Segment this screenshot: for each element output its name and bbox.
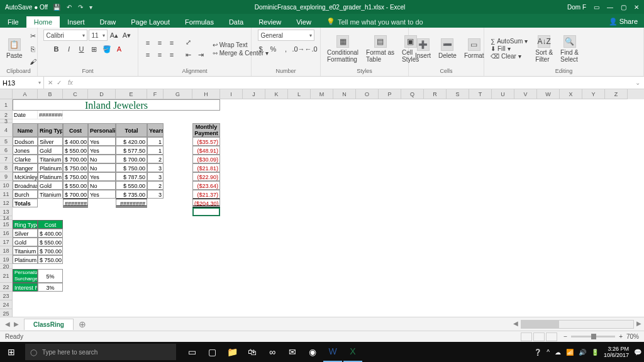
- cell[interactable]: [192, 207, 220, 216]
- col-header-E[interactable]: E: [116, 89, 147, 99]
- row-headers[interactable]: 1234567891011121314151617181920212223242…: [0, 99, 13, 317]
- format-cells-button[interactable]: ▭Format: [462, 38, 487, 59]
- col-header-P[interactable]: P: [379, 89, 401, 99]
- orientation-icon[interactable]: ⤢: [182, 37, 194, 48]
- cell[interactable]: Gold: [38, 146, 63, 155]
- underline-button[interactable]: U: [76, 43, 87, 55]
- cell[interactable]: $ 400.00: [38, 229, 63, 238]
- row-header-15[interactable]: 15: [0, 220, 13, 229]
- row-header-6[interactable]: 6: [0, 146, 13, 155]
- close-icon[interactable]: ✕: [634, 4, 639, 11]
- italic-button[interactable]: I: [64, 43, 75, 55]
- col-header-H[interactable]: H: [192, 89, 220, 99]
- col-header-J[interactable]: J: [243, 89, 265, 99]
- row-header-8[interactable]: 8: [0, 163, 13, 172]
- sheet-prev-icon[interactable]: ◀: [5, 321, 10, 327]
- cell[interactable]: Burch: [13, 190, 38, 199]
- taskbar-clock[interactable]: 3:26 PM10/6/2017: [604, 346, 629, 358]
- tray-battery-icon[interactable]: 🔋: [591, 349, 599, 356]
- comma-icon[interactable]: ,: [280, 43, 292, 55]
- task-view-icon[interactable]: ▭: [182, 342, 201, 362]
- cell[interactable]: ($35.57): [192, 137, 220, 146]
- autosum-button[interactable]: ∑ AutoSum ▾: [488, 38, 530, 45]
- cell[interactable]: ########: [63, 199, 88, 207]
- row-header-17[interactable]: 17: [0, 238, 13, 246]
- zoom-in-icon[interactable]: +: [619, 333, 623, 340]
- row-header-21[interactable]: 21: [0, 269, 13, 283]
- bold-button[interactable]: B: [51, 43, 62, 55]
- cancel-formula-icon[interactable]: ✕: [48, 79, 53, 86]
- format-as-table-button[interactable]: ▤Format as Table: [364, 35, 397, 63]
- start-button[interactable]: ⊞: [0, 347, 23, 357]
- cell[interactable]: Silver: [38, 137, 63, 146]
- cell[interactable]: Titanium: [13, 246, 38, 255]
- tray-wifi-icon[interactable]: 📶: [566, 349, 574, 356]
- row-header-10[interactable]: 10: [0, 181, 13, 190]
- cell[interactable]: Cost: [63, 123, 88, 137]
- cell[interactable]: ($21.81): [192, 163, 220, 172]
- cell[interactable]: Platinum: [13, 255, 38, 264]
- col-header-G[interactable]: G: [164, 89, 192, 99]
- cell[interactable]: 1: [147, 146, 164, 155]
- cell[interactable]: Totals: [13, 199, 38, 207]
- taskbar-search[interactable]: ◯Type here to search: [25, 344, 176, 360]
- expand-formula-icon[interactable]: ⌄: [631, 79, 644, 86]
- cell[interactable]: $ 787.50: [116, 172, 147, 181]
- undo-icon[interactable]: ↶: [67, 4, 72, 11]
- cell[interactable]: 3%: [38, 283, 63, 292]
- cell[interactable]: Yes: [88, 137, 116, 146]
- cell[interactable]: Ring Type: [38, 123, 63, 137]
- cell[interactable]: Date: [13, 111, 38, 119]
- cell[interactable]: Inland Jewelers: [13, 99, 220, 111]
- view-normal-icon[interactable]: [521, 332, 532, 341]
- tray-sound-icon[interactable]: 🔊: [579, 349, 586, 356]
- row-header-22[interactable]: 22: [0, 283, 13, 292]
- user-name[interactable]: Dom F: [567, 4, 586, 11]
- cell[interactable]: 5%: [38, 269, 63, 283]
- view-break-icon[interactable]: [546, 332, 557, 341]
- currency-icon[interactable]: $: [255, 43, 267, 55]
- cell[interactable]: 2: [147, 181, 164, 190]
- cell[interactable]: Platinum: [38, 172, 63, 181]
- row-header-7[interactable]: 7: [0, 155, 13, 163]
- row-header-23[interactable]: 23: [0, 292, 13, 300]
- minimize-icon[interactable]: —: [607, 4, 613, 11]
- col-header-F[interactable]: F: [147, 89, 164, 99]
- font-size-combo[interactable]: 11: [89, 30, 108, 41]
- align-left-icon[interactable]: ≡: [142, 49, 153, 60]
- cell[interactable]: $ 550.00: [116, 181, 147, 190]
- sheet-next-icon[interactable]: ▶: [14, 321, 19, 327]
- cell[interactable]: Titanium: [38, 155, 63, 163]
- share-button[interactable]: 👤 Share: [602, 16, 644, 28]
- row-header-16[interactable]: 16: [0, 229, 13, 238]
- cell[interactable]: Years: [147, 123, 164, 137]
- tab-home[interactable]: Home: [26, 16, 60, 28]
- cell[interactable]: $ 735.00: [116, 190, 147, 199]
- sheet-tab-classring[interactable]: ClassRing: [24, 319, 74, 330]
- cell[interactable]: $ 550.00: [63, 146, 88, 155]
- cell[interactable]: Monthly Payment: [192, 123, 220, 137]
- zoom-slider[interactable]: [571, 336, 615, 337]
- tab-draw[interactable]: Draw: [92, 16, 124, 28]
- cell[interactable]: Clarke: [13, 155, 38, 163]
- cell[interactable]: $ 400.00: [63, 137, 88, 146]
- tab-formulas[interactable]: Formulas: [177, 16, 221, 28]
- cell[interactable]: ($22.90): [192, 172, 220, 181]
- tab-insert[interactable]: Insert: [60, 16, 92, 28]
- cell[interactable]: Yes: [88, 146, 116, 155]
- taskbar-excel[interactable]: X: [343, 342, 362, 362]
- tray-up-icon[interactable]: ^: [547, 349, 550, 356]
- cell[interactable]: 3: [147, 190, 164, 199]
- align-top-icon[interactable]: ≡: [142, 37, 153, 48]
- col-header-M[interactable]: M: [311, 89, 333, 99]
- grow-font-icon[interactable]: A▴: [109, 30, 120, 41]
- cell[interactable]: $ 420.00: [116, 137, 147, 146]
- sort-filter-button[interactable]: A↓ZSort & Filter: [533, 35, 555, 63]
- dec-decimal-icon[interactable]: ←.0: [306, 43, 317, 55]
- row-header-19[interactable]: 19: [0, 255, 13, 264]
- new-sheet-button[interactable]: ⊕: [74, 319, 91, 329]
- align-middle-icon[interactable]: ≡: [154, 37, 165, 48]
- cell[interactable]: $ 577.50: [116, 146, 147, 155]
- format-painter-icon[interactable]: 🖌: [28, 56, 39, 67]
- cell[interactable]: ($30.09): [192, 155, 220, 163]
